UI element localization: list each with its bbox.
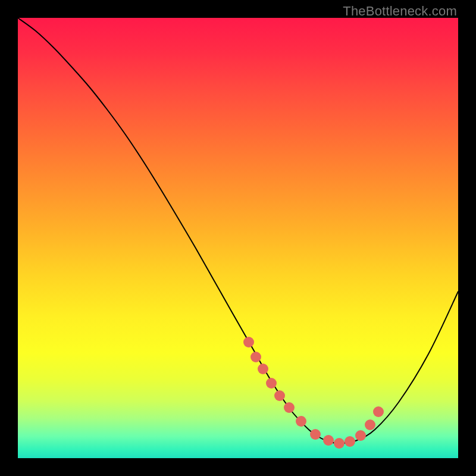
- marker-dot: [365, 419, 375, 430]
- marker-dot: [266, 378, 277, 389]
- marker-dot: [373, 406, 384, 417]
- chart-area: [18, 18, 458, 458]
- marker-dot: [334, 438, 345, 449]
- marker-dot: [274, 390, 285, 401]
- marker-dot: [258, 364, 268, 374]
- marker-dot: [355, 430, 366, 441]
- marker-dot: [323, 435, 334, 446]
- chart-svg: [18, 18, 458, 458]
- marker-dot: [250, 352, 261, 362]
- marker-dot: [345, 436, 355, 447]
- marker-dots: [243, 337, 384, 449]
- watermark-text: TheBottleneck.com: [343, 4, 457, 19]
- marker-dot: [243, 337, 254, 347]
- bottleneck-curve: [18, 18, 458, 443]
- marker-dot: [284, 402, 295, 413]
- marker-dot: [310, 429, 321, 440]
- marker-dot: [296, 416, 306, 427]
